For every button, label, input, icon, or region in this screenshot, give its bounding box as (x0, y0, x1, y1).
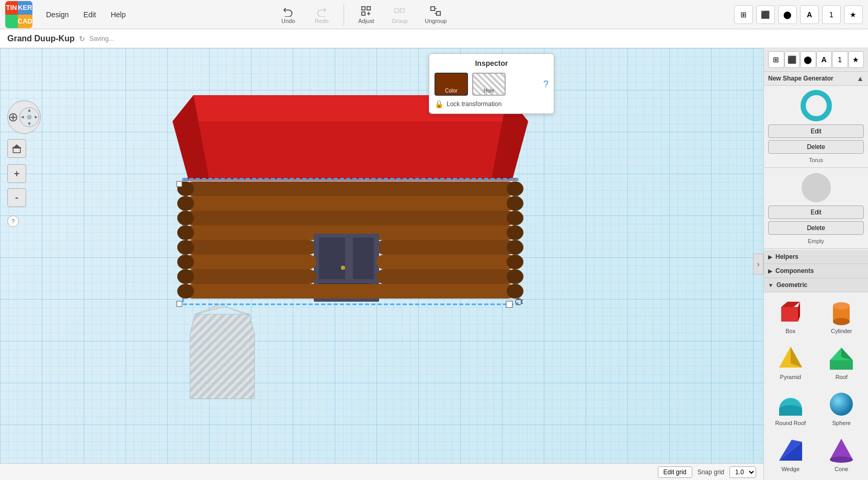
help-button[interactable]: ? (7, 215, 19, 227)
undo-button[interactable]: Undo (273, 3, 303, 26)
group-button[interactable]: Group (385, 3, 414, 26)
torus-shape-preview (801, 90, 832, 121)
hole-label: Hole (484, 88, 495, 94)
svg-point-44 (507, 284, 523, 299)
nav-design[interactable]: Design (39, 6, 76, 23)
svg-point-81 (830, 456, 853, 463)
lock-icon[interactable]: 🔒 (435, 100, 443, 108)
cylinder-label: Cylinder (831, 328, 852, 334)
svg-rect-0 (362, 6, 365, 9)
components-label: Components (775, 267, 814, 275)
round-roof-label: Round Roof (775, 420, 806, 426)
panel-text-icon[interactable]: A (816, 51, 832, 68)
edit-grid-button[interactable]: Edit grid (658, 466, 692, 478)
ungroup-button[interactable]: Ungroup (418, 3, 453, 26)
hole-button[interactable]: Hole (472, 73, 506, 96)
shape-item-cone[interactable]: Cone (817, 432, 866, 476)
svg-marker-63 (798, 302, 800, 322)
nav-menu: Design Edit Help (39, 6, 133, 23)
saving-text: Saving... (89, 35, 114, 42)
shape-item-wedge[interactable]: Wedge (766, 432, 815, 476)
torus-controls: Edit Delete (764, 122, 868, 156)
svg-rect-61 (781, 307, 798, 322)
svg-rect-42 (186, 284, 515, 299)
adjust-button[interactable]: Adjust (351, 3, 381, 26)
svg-point-76 (830, 393, 853, 416)
logo-cad: CAD (18, 15, 32, 28)
refresh-icon[interactable]: ↻ (79, 35, 85, 43)
torus-edit-button[interactable]: Edit (768, 124, 864, 138)
geometric-arrow-icon: ▼ (768, 282, 773, 288)
cone-shape-preview (828, 437, 855, 464)
shape-item-cylinder[interactable]: Cylinder (817, 294, 866, 338)
cylinder-shape-preview (828, 299, 855, 326)
empty-delete-button[interactable]: Delete (768, 221, 864, 235)
wedge-label: Wedge (781, 466, 800, 472)
shape-item-roof[interactable]: Roof (817, 340, 866, 384)
new-shape-title: New Shape Generator (768, 75, 833, 82)
svg-rect-35 (376, 255, 515, 269)
sphere-view-icon[interactable]: ⬤ (778, 5, 797, 24)
geometric-section-header[interactable]: ▼ Geometric (764, 278, 868, 292)
right-panel: ⊞ ⬛ ⬤ A 1 ★ New Shape Generator ▲ Edit D… (763, 48, 868, 480)
snap-grid-select[interactable]: 1.0 0.5 2.0 (729, 466, 756, 478)
color-label: Color (445, 88, 458, 94)
components-arrow-icon: ▶ (768, 268, 772, 274)
home-button[interactable] (7, 139, 26, 158)
inspector-panel: Inspector Color Hole ? 🔒 Lock transforma… (429, 53, 554, 114)
shape-item-sphere[interactable]: Sphere (817, 386, 866, 430)
svg-rect-5 (431, 6, 435, 10)
svg-rect-6 (437, 11, 440, 15)
main-area: + - ? Inspector Color Hole ? 🔒 (0, 48, 868, 480)
helpers-label: Helpers (775, 253, 798, 260)
shape-item-pyramid[interactable]: Pyramid (766, 340, 815, 384)
undo-label: Undo (281, 18, 295, 24)
gray-box (188, 304, 256, 404)
helpers-section-header[interactable]: ▶ Helpers (764, 250, 868, 264)
svg-point-36 (177, 255, 194, 269)
panel-num-icon[interactable]: 1 (832, 51, 848, 68)
text-view-icon[interactable]: A (800, 5, 819, 24)
svg-rect-28 (319, 237, 345, 279)
logo-ker: KER (18, 1, 32, 15)
empty-edit-button[interactable]: Edit (768, 205, 864, 219)
torus-delete-button[interactable]: Delete (768, 140, 864, 154)
components-section-header[interactable]: ▶ Components (764, 264, 868, 278)
nav-rotate-control[interactable] (7, 100, 41, 134)
canvas-area[interactable]: + - ? Inspector Color Hole ? 🔒 (0, 48, 763, 480)
zoom-out-button[interactable]: - (7, 188, 26, 207)
empty-label: Empty (764, 237, 868, 247)
wedge-shape-preview (777, 437, 804, 464)
panel-sphere-icon[interactable]: ⬤ (800, 51, 816, 68)
star-view-icon[interactable]: ★ (844, 5, 863, 24)
nav-edit[interactable]: Edit (76, 6, 104, 23)
svg-point-24 (507, 225, 523, 240)
grid-view-icon[interactable]: ⊞ (734, 5, 753, 24)
cube-view-icon[interactable]: ⬛ (756, 5, 775, 24)
zoom-in-button[interactable]: + (7, 164, 26, 183)
panel-star-icon[interactable]: ★ (848, 51, 864, 68)
shape-item-box[interactable]: Box (766, 294, 815, 338)
panel-cube-icon[interactable]: ⬛ (784, 51, 801, 68)
logo-tin: TIN (5, 1, 18, 15)
svg-rect-34 (186, 255, 316, 269)
panel-grid-icon[interactable]: ⊞ (768, 51, 784, 68)
nav-help[interactable]: Help (104, 6, 133, 23)
new-shape-collapse-button[interactable]: ▲ (856, 74, 864, 83)
sphere-label: Sphere (832, 420, 851, 426)
svg-rect-47 (506, 301, 512, 307)
color-button[interactable]: Color (435, 73, 468, 96)
shape-item-round-roof[interactable]: Round Roof (766, 386, 815, 430)
svg-rect-16 (186, 196, 515, 211)
empty-section (764, 169, 868, 203)
panel-collapse-button[interactable]: › (753, 254, 763, 275)
logo[interactable]: TIN KER CAD (5, 1, 32, 28)
inspector-help-icon[interactable]: ? (543, 79, 549, 90)
svg-point-15 (507, 181, 523, 196)
bottombar: Edit grid Snap grid 1.0 0.5 2.0 (0, 463, 763, 480)
snap-grid-label: Snap grid (698, 468, 724, 476)
svg-rect-2 (362, 12, 365, 15)
svg-rect-25 (186, 240, 316, 255)
redo-button[interactable]: Redo (307, 3, 336, 26)
num-view-icon[interactable]: 1 (822, 5, 841, 24)
